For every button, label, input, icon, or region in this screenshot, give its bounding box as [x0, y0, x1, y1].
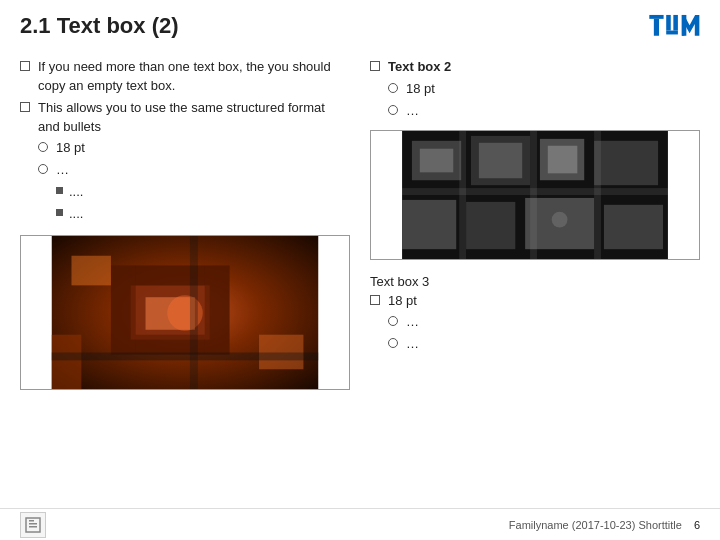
circle-bullet-icon-2	[38, 164, 48, 174]
svg-rect-30	[466, 201, 515, 248]
textbox3-section: Text box 3 18 pt … …	[370, 268, 700, 358]
left-sub-3-text: ....	[69, 183, 350, 202]
svg-rect-23	[420, 148, 453, 172]
svg-rect-12	[205, 265, 230, 354]
tum-logo	[648, 12, 700, 40]
svg-rect-28	[594, 140, 658, 184]
square-bullet-tb2	[370, 61, 380, 71]
left-sub-3: ....	[20, 183, 350, 202]
svg-rect-1	[654, 19, 659, 36]
left-item-1-text: If you need more than one text box, the …	[38, 58, 350, 96]
circle-bullet-icon-1	[38, 142, 48, 152]
circle-tb3-1	[388, 316, 398, 326]
tb2-item-1-text: 18 pt	[406, 80, 700, 99]
page-title: 2.1 Text box (2)	[20, 13, 648, 39]
footer-info: Familyname (2017-10-23) Shorttitle	[54, 519, 682, 531]
textbox2-header: Text box 2	[370, 58, 700, 77]
svg-rect-20	[190, 236, 198, 389]
left-sub-1-text: 18 pt	[56, 139, 350, 158]
tb3-item-1-text: …	[406, 313, 700, 332]
footer-familyname: Familyname	[509, 519, 569, 531]
tb2-item-2-text: …	[406, 102, 700, 121]
svg-rect-4	[673, 15, 678, 31]
svg-rect-19	[52, 352, 319, 360]
svg-rect-41	[29, 520, 34, 522]
footer-shorttitle: Shorttitle	[638, 519, 681, 531]
left-column: If you need more than one text box, the …	[20, 58, 350, 498]
svg-rect-27	[548, 145, 578, 173]
left-sub-2: …	[20, 161, 350, 180]
right-column: Text box 2 18 pt …	[370, 58, 700, 498]
small-square-bullet-icon-2	[56, 209, 63, 216]
left-image	[20, 235, 350, 390]
circle-tb2-1	[388, 83, 398, 93]
svg-rect-17	[259, 334, 303, 369]
square-bullet-tb3	[370, 295, 380, 305]
square-bullet-icon	[20, 61, 30, 71]
right-image	[370, 130, 700, 260]
textbox2-label: Text box 2	[388, 58, 700, 77]
left-sub-4-text: ....	[69, 205, 350, 224]
left-sub-2-text: …	[56, 161, 350, 180]
page-header: 2.1 Text box (2)	[0, 0, 720, 48]
left-sub-4: ....	[20, 205, 350, 224]
small-square-bullet-icon-1	[56, 187, 63, 194]
tb3-main-item: 18 pt	[370, 292, 700, 311]
svg-rect-3	[666, 31, 678, 35]
square-bullet-icon-2	[20, 102, 30, 112]
svg-rect-29	[402, 199, 456, 248]
footer-icon	[20, 512, 46, 538]
left-item-2: This allows you to use the same structur…	[20, 99, 350, 137]
svg-point-37	[552, 211, 568, 227]
svg-rect-40	[29, 526, 37, 528]
textbox3-label: Text box 3	[370, 274, 700, 289]
tb3-item-2: …	[370, 335, 700, 354]
circle-tb2-2	[388, 105, 398, 115]
svg-rect-0	[649, 15, 663, 19]
tb2-item-2: …	[370, 102, 700, 121]
left-item-1: If you need more than one text box, the …	[20, 58, 350, 96]
footer-page-number: 6	[694, 519, 700, 531]
svg-rect-39	[29, 523, 37, 525]
svg-rect-25	[479, 142, 522, 177]
footer-date: (2017-10-23)	[572, 519, 636, 531]
svg-rect-18	[52, 334, 82, 388]
left-sub-1: 18 pt	[20, 139, 350, 158]
svg-rect-32	[604, 204, 663, 248]
circle-tb3-2	[388, 338, 398, 348]
tb2-item-1: 18 pt	[370, 80, 700, 99]
svg-rect-2	[666, 15, 671, 31]
footer: Familyname (2017-10-23) Shorttitle 6	[0, 508, 720, 540]
svg-rect-34	[459, 131, 466, 259]
tb3-item-2-text: …	[406, 335, 700, 354]
svg-rect-36	[594, 131, 601, 259]
left-item-2-text: This allows you to use the same structur…	[38, 99, 350, 137]
svg-rect-11	[111, 265, 136, 354]
svg-rect-35	[530, 131, 537, 259]
tb3-item-1: …	[370, 313, 700, 332]
main-content: If you need more than one text box, the …	[0, 48, 720, 498]
tb3-main-text: 18 pt	[388, 292, 700, 311]
svg-rect-16	[71, 255, 110, 285]
